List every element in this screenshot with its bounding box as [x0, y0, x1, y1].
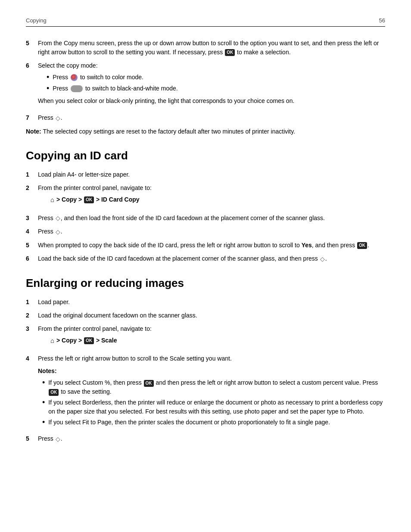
step-num-5: 5 — [26, 39, 38, 57]
start-icon-7: ◇ — [56, 114, 60, 123]
step-6-content: Select the copy mode: • Press to switch … — [38, 61, 385, 109]
section1-steps: 1 Load plain A4- or letter-size paper. 2… — [26, 170, 385, 264]
home-icon-s2: ⌂ — [50, 336, 54, 346]
intro-steps: 5 From the Copy menu screen, press the u… — [26, 39, 385, 123]
s2-step-4-content: Press the left or right arrow button to … — [38, 354, 385, 430]
note-1-text: If you select Custom %, then press OK an… — [48, 378, 385, 396]
section2-step-3: 3 From the printer control panel, naviga… — [26, 324, 385, 350]
s2-nav-scale: > Scale — [96, 337, 117, 344]
s2-step-num-2: 2 — [26, 311, 38, 320]
section1-title: Copying an ID card — [26, 149, 385, 162]
s1-nav-copy: > Copy > — [56, 196, 84, 203]
color-dot-icon — [71, 74, 78, 81]
step-num-6: 6 — [26, 61, 38, 109]
s1-step-num-6: 6 — [26, 254, 38, 264]
s2-step-3-content: From the printer control panel, navigate… — [38, 324, 385, 350]
step-num-7: 7 — [26, 113, 38, 123]
page: Copying 56 5 From the Copy menu screen, … — [0, 0, 411, 474]
section2-title: Enlarging or reducing images — [26, 277, 385, 290]
s1-step-4-content: Press ◇. — [38, 227, 385, 236]
s1-step-1-content: Load plain A4- or letter-size paper. — [38, 170, 385, 179]
s2-step-5-content: Press ◇. — [38, 434, 385, 444]
s1-step-6-content: Load the back side of the ID card facedo… — [38, 254, 385, 264]
s2-step-num-1: 1 — [26, 298, 38, 307]
start-icon-s2-5: ◇ — [56, 435, 60, 444]
yes-bold: Yes — [302, 242, 312, 249]
ok-icon-note1b: OK — [49, 389, 59, 396]
intro-step-7: 7 Press ◇. — [26, 113, 385, 123]
ok-icon-s1: OK — [84, 196, 94, 203]
bullet-dot-2: • — [47, 84, 49, 93]
bw-dot-icon — [71, 85, 83, 92]
header-page-number: 56 — [379, 17, 385, 24]
section2-notes-bullets: • If you select Custom %, then press OK … — [42, 378, 385, 427]
ok-icon-s2: OK — [84, 337, 94, 344]
ok-icon: OK — [225, 49, 235, 56]
bullet-dot-n2: • — [42, 398, 45, 408]
page-header: Copying 56 — [26, 17, 385, 27]
s1-step-2-content: From the printer control panel, navigate… — [38, 184, 385, 209]
bullet-dot-n3: • — [42, 418, 45, 427]
note-bullet-1: • If you select Custom %, then press OK … — [42, 378, 385, 396]
start-icon-s1-6: ◇ — [320, 255, 325, 264]
section2-step-5: 5 Press ◇. — [26, 434, 385, 444]
section1-step-2: 2 From the printer control panel, naviga… — [26, 184, 385, 209]
intro-step-6: 6 Select the copy mode: • Press to switc… — [26, 61, 385, 109]
ok-icon-s1-5: OK — [357, 242, 367, 249]
start-icon-s1-4: ◇ — [56, 227, 60, 236]
s1-step-num-4: 4 — [26, 227, 38, 236]
section1-step-3: 3 Press ◇, and then load the front side … — [26, 214, 385, 223]
s1-nav-path: ⌂ > Copy > OK > ID Card Copy — [50, 195, 385, 205]
notes-label: Notes: — [38, 367, 385, 376]
s1-step-num-2: 2 — [26, 184, 38, 209]
s2-step-2-content: Load the original document facedown on t… — [38, 311, 385, 320]
step-5-content: From the Copy menu screen, press the up … — [38, 39, 385, 57]
section1-step-4: 4 Press ◇. — [26, 227, 385, 236]
note-bullet-2: • If you select Borderless, then the pri… — [42, 398, 385, 416]
note-bullet-3: • If you select Fit to Page, then the pr… — [42, 418, 385, 427]
s1-step-num-1: 1 — [26, 170, 38, 179]
section1-step-1: 1 Load plain A4- or letter-size paper. — [26, 170, 385, 179]
bullet-dot-n1: • — [42, 378, 45, 388]
header-title: Copying — [26, 17, 47, 24]
bullet-color-mode: • Press to switch to color mode. — [47, 73, 385, 82]
s2-step-num-4: 4 — [26, 354, 38, 430]
bullet-dot-1: • — [47, 73, 49, 82]
section1-step-6: 6 Load the back side of the ID card face… — [26, 254, 385, 264]
bullet-color-text: Press to switch to color mode. — [53, 73, 143, 82]
s2-step-1-content: Load paper. — [38, 298, 385, 307]
note-block: Note: The selected copy settings are res… — [26, 127, 385, 136]
home-icon-s1: ⌂ — [50, 195, 54, 205]
s1-nav-idcard: > ID Card Copy — [96, 196, 140, 203]
note-2-text: If you select Borderless, then the print… — [48, 398, 385, 416]
section2-steps: 1 Load paper. 2 Load the original docume… — [26, 298, 385, 444]
bullet-bw-mode: • Press to switch to black-and-white mod… — [47, 84, 385, 93]
bullet-bw-text: Press to switch to black-and-white mode. — [53, 84, 177, 93]
start-icon-s1-3: ◇ — [56, 214, 60, 223]
s2-step-num-5: 5 — [26, 434, 38, 444]
intro-step-5: 5 From the Copy menu screen, press the u… — [26, 39, 385, 57]
s1-step-num-5: 5 — [26, 241, 38, 250]
when-select-text: When you select color or black-only prin… — [38, 96, 385, 106]
section1-step-5: 5 When prompted to copy the back side of… — [26, 241, 385, 250]
note-label: Note: — [26, 128, 41, 135]
section2-step-1: 1 Load paper. — [26, 298, 385, 307]
color-mode-bullets: • Press to switch to color mode. • Press… — [47, 73, 385, 93]
section2-step-4: 4 Press the left or right arrow button t… — [26, 354, 385, 430]
s1-step-3-content: Press ◇, and then load the front side of… — [38, 214, 385, 223]
ok-icon-note1a: OK — [144, 380, 154, 387]
s2-nav-copy: > Copy > — [56, 337, 84, 344]
note-text: The selected copy settings are reset to … — [43, 128, 295, 135]
note-3-text: If you select Fit to Page, then the prin… — [48, 418, 330, 427]
s2-nav-path: ⌂ > Copy > OK > Scale — [50, 336, 385, 346]
step-7-content: Press ◇. — [38, 113, 385, 123]
section2-step-2: 2 Load the original document facedown on… — [26, 311, 385, 320]
s1-step-5-content: When prompted to copy the back side of t… — [38, 241, 385, 250]
s1-step-num-3: 3 — [26, 214, 38, 223]
s2-step-num-3: 3 — [26, 324, 38, 350]
